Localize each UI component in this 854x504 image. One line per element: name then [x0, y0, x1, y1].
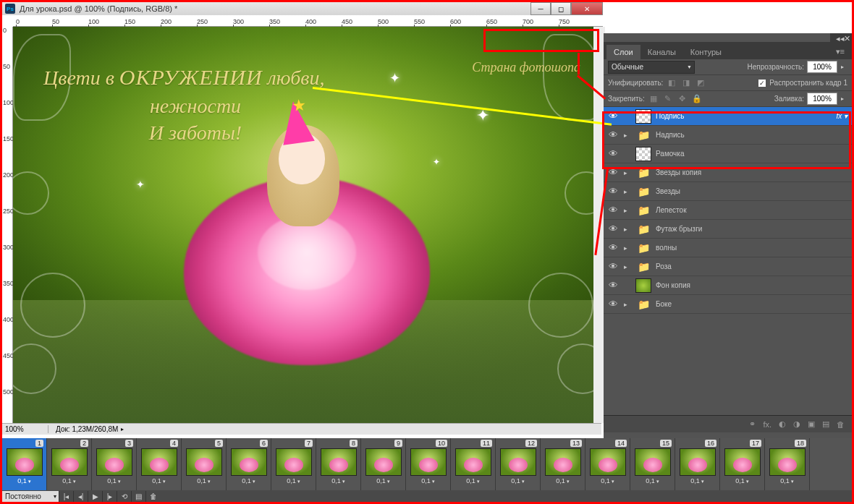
panel-close-icon[interactable]: ✕ [844, 34, 850, 40]
expand-toggle-icon[interactable]: ▸ [624, 169, 631, 176]
animation-frame[interactable]: 90,1 [361, 438, 406, 490]
expand-toggle-icon[interactable]: ▸ [624, 188, 631, 195]
link-layers-icon[interactable]: ⚭ [749, 419, 756, 429]
lock-pixels-icon[interactable]: ▦ [648, 93, 659, 105]
expand-toggle-icon[interactable]: ▸ [624, 207, 631, 214]
frame-delay[interactable]: 0,1 [227, 477, 271, 484]
frame-delay[interactable]: 0,1 [541, 477, 585, 484]
frame-delay[interactable]: 0,1 [675, 477, 719, 484]
lock-brush-icon[interactable]: ✎ [662, 93, 674, 105]
frame-delay[interactable]: 0,1 [361, 477, 405, 484]
expand-toggle-icon[interactable]: ▸ [624, 301, 631, 308]
unify-style-icon[interactable]: ◩ [695, 77, 706, 89]
new-layer-icon[interactable]: ▤ [822, 419, 829, 429]
frame-delay[interactable]: 0,1 [720, 477, 764, 484]
new-group-icon[interactable]: ▣ [808, 419, 815, 429]
animation-frame[interactable]: 50,1 [182, 438, 227, 490]
delete-frame-button[interactable]: 🗑 [145, 491, 160, 502]
animation-frame[interactable]: 180,1 [765, 438, 810, 490]
frame-thumbnail [680, 448, 716, 476]
frame-delay[interactable]: 0,1 [496, 477, 540, 484]
frame-delay[interactable]: 0,1 [182, 477, 226, 484]
layer-row[interactable]: 👁▸📁Боке [604, 295, 852, 314]
animation-frame[interactable]: 110,1 [451, 438, 496, 490]
frame-delay[interactable]: 0,1 [2, 477, 46, 484]
layer-thumbnail: 📁 [635, 222, 651, 236]
animation-frame[interactable]: 80,1 [316, 438, 361, 490]
animation-frame[interactable]: 120,1 [496, 438, 541, 490]
play-button[interactable]: ▶ [88, 491, 102, 502]
frame-delay[interactable]: 0,1 [137, 477, 181, 484]
animation-frame[interactable]: 130,1 [541, 438, 585, 490]
animation-frame[interactable]: 160,1 [675, 438, 720, 490]
animation-frame[interactable]: 60,1 [227, 438, 271, 490]
frame-delay[interactable]: 0,1 [47, 477, 91, 484]
lock-position-icon[interactable]: ✥ [677, 93, 688, 105]
frame-delay[interactable]: 0,1 [92, 477, 136, 484]
layer-mask-icon[interactable]: ◐ [779, 419, 786, 429]
fill-input[interactable]: 100% [807, 93, 837, 105]
layer-row[interactable]: 👁▸📁Лепесток [604, 201, 852, 220]
unify-position-icon[interactable]: ◧ [666, 77, 677, 89]
frame-delay[interactable]: 0,1 [765, 477, 809, 484]
tab-channels[interactable]: Каналы [640, 45, 683, 59]
frame-number: 17 [750, 440, 761, 447]
layer-row[interactable]: 👁▸📁Футаж брызги [604, 220, 852, 239]
animation-frame[interactable]: 30,1 [92, 438, 137, 490]
lock-all-icon[interactable]: 🔒 [691, 93, 703, 105]
window-title: Для урока.psd @ 100% (Подпись, RGB/8) * [20, 4, 177, 13]
frame-delay[interactable]: 0,1 [406, 477, 450, 484]
layers-panel: ◂◂ ✕ Слои Каналы Контуры ▾≡ Обычные Непр… [604, 33, 852, 496]
blend-mode-select[interactable]: Обычные [608, 61, 695, 74]
annotation-layers-box [602, 111, 851, 169]
visibility-toggle-icon[interactable]: 👁 [606, 280, 620, 291]
frame-number: 1 [35, 440, 43, 447]
animation-frame[interactable]: 40,1 [137, 438, 182, 490]
layer-fx-icon[interactable]: fx. [763, 420, 771, 429]
frame-number: 2 [80, 440, 88, 447]
panel-collapse-icon[interactable]: ◂◂ [836, 34, 842, 40]
layer-row[interactable]: 👁▸📁Роза [604, 257, 852, 276]
frame-delay[interactable]: 0,1 [271, 477, 316, 484]
first-frame-button[interactable]: |◂ [59, 491, 73, 502]
delete-layer-icon[interactable]: 🗑 [837, 420, 845, 429]
zoom-level[interactable]: 100% [2, 425, 48, 433]
next-frame-button[interactable]: |▸ [102, 491, 117, 502]
loop-mode-select[interactable]: Постоянно [2, 491, 59, 502]
expand-toggle-icon[interactable]: ▸ [624, 244, 631, 252]
expand-toggle-icon[interactable]: ▸ [624, 263, 631, 270]
panel-menu-icon[interactable]: ▾≡ [829, 44, 852, 59]
layer-row[interactable]: 👁Фон копия [604, 276, 852, 295]
animation-frame[interactable]: 140,1 [585, 438, 630, 490]
window-titlebar: Ps Для урока.psd @ 100% (Подпись, RGB/8)… [2, 2, 603, 15]
tween-button[interactable]: ⟲ [117, 491, 131, 502]
frame-thumbnail [590, 448, 626, 476]
expand-toggle-icon[interactable]: ▸ [624, 226, 631, 233]
duplicate-frame-button[interactable]: ▤ [131, 491, 145, 502]
frame-delay[interactable]: 0,1 [451, 477, 495, 484]
minimize-button[interactable]: ─ [530, 2, 551, 15]
animation-frame[interactable]: 170,1 [720, 438, 765, 490]
animation-frame[interactable]: 150,1 [630, 438, 675, 490]
animation-frame[interactable]: 20,1 [47, 438, 92, 490]
unify-visibility-icon[interactable]: ◨ [680, 77, 692, 89]
layer-row[interactable]: 👁▸📁Звезды [604, 182, 852, 201]
tab-paths[interactable]: Контуры [683, 45, 729, 59]
close-button[interactable]: ✕ [571, 2, 603, 15]
signature-text: Страна фотошопа [472, 60, 580, 75]
frame-delay[interactable]: 0,1 [316, 477, 360, 484]
document-canvas[interactable]: ★ ✦ ✦ ✦ ✦ Цвети в ОКРУЖЕНИИ любви, нежно… [13, 27, 601, 423]
adjustment-layer-icon[interactable]: ◑ [793, 419, 800, 429]
maximize-button[interactable]: ◻ [551, 2, 571, 15]
animation-frame[interactable]: 100,1 [406, 438, 451, 490]
propagate-label: Распространить кадр 1 [769, 79, 847, 87]
animation-frame[interactable]: 70,1 [271, 438, 316, 490]
animation-frame[interactable]: 10,1 [2, 438, 47, 490]
prev-frame-button[interactable]: ◂| [73, 491, 88, 502]
frame-delay[interactable]: 0,1 [630, 477, 675, 484]
opacity-input[interactable]: 100% [807, 61, 837, 73]
frame-delay[interactable]: 0,1 [585, 477, 630, 484]
visibility-toggle-icon[interactable]: 👁 [606, 299, 620, 309]
propagate-checkbox[interactable]: ✓ [758, 79, 766, 87]
layer-row[interactable]: 👁▸📁волны [604, 239, 852, 257]
